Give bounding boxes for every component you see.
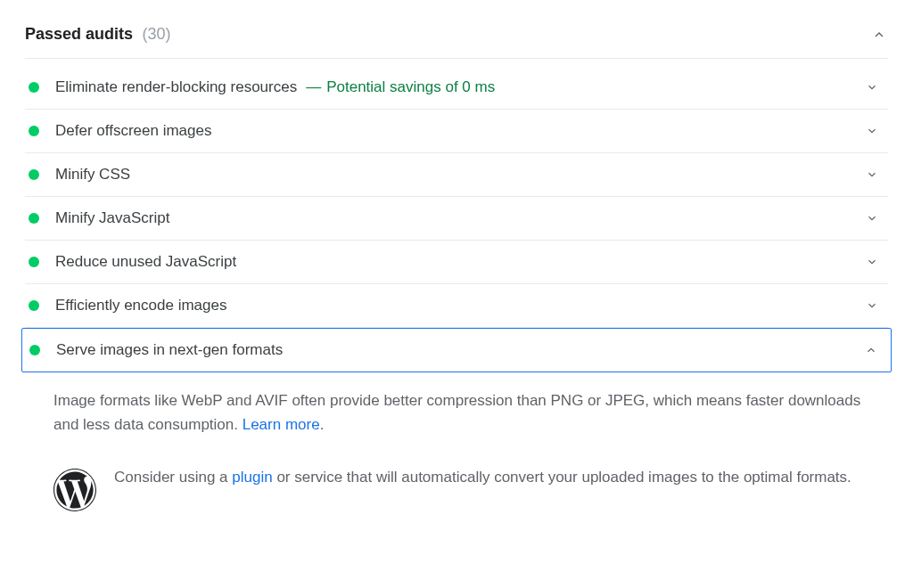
- audit-title: Reduce unused JavaScript: [55, 253, 236, 271]
- audit-title: Serve images in next-gen formats: [56, 341, 283, 359]
- audit-savings: Potential savings of 0 ms: [326, 78, 495, 96]
- plugin-link[interactable]: plugin: [232, 469, 272, 486]
- chevron-up-icon: [862, 341, 880, 359]
- wordpress-icon: [53, 469, 96, 511]
- audit-title: Defer offscreen images: [55, 122, 211, 140]
- audit-item-next-gen-formats[interactable]: Serve images in next-gen formats: [21, 328, 892, 372]
- audit-detail: Image formats like WebP and AVIF often p…: [25, 372, 888, 445]
- audit-item-render-blocking[interactable]: Eliminate render-blocking resources — Po…: [25, 66, 888, 110]
- pass-dot-icon: [29, 169, 39, 180]
- chevron-down-icon: [863, 166, 881, 184]
- suggestion-after: or service that will automatically conve…: [273, 469, 851, 486]
- separator: —: [306, 78, 321, 96]
- audit-title: Minify CSS: [55, 166, 130, 184]
- audit-list: Eliminate render-blocking resources — Po…: [25, 59, 888, 519]
- header-count: (30): [143, 25, 171, 43]
- suggestion-row: Consider using a plugin or service that …: [25, 445, 888, 519]
- chevron-down-icon: [863, 297, 881, 314]
- pass-dot-icon: [29, 345, 40, 355]
- audit-item-encode-images[interactable]: Efficiently encode images: [25, 284, 888, 328]
- chevron-up-icon: [870, 26, 888, 44]
- audit-item-minify-css[interactable]: Minify CSS: [25, 153, 888, 197]
- audit-title: Minify JavaScript: [55, 209, 169, 227]
- passed-audits-header[interactable]: Passed audits (30): [25, 18, 888, 59]
- learn-more-link[interactable]: Learn more: [243, 416, 320, 433]
- pass-dot-icon: [29, 257, 39, 267]
- header-title: Passed audits: [25, 25, 133, 43]
- header-title-group: Passed audits (30): [25, 25, 171, 44]
- audit-title: Eliminate render-blocking resources: [55, 78, 297, 96]
- detail-text-before: Image formats like WebP and AVIF often p…: [53, 392, 860, 433]
- audit-item-defer-offscreen[interactable]: Defer offscreen images: [25, 110, 888, 153]
- suggestion-before: Consider using a: [114, 469, 232, 486]
- detail-period: .: [320, 416, 325, 433]
- pass-dot-icon: [29, 300, 39, 311]
- pass-dot-icon: [29, 213, 39, 224]
- chevron-down-icon: [863, 253, 881, 271]
- chevron-down-icon: [863, 209, 881, 227]
- audit-item-minify-js[interactable]: Minify JavaScript: [25, 197, 888, 241]
- suggestion-text: Consider using a plugin or service that …: [114, 465, 851, 489]
- audit-title: Efficiently encode images: [55, 297, 226, 314]
- audit-detail-text: Image formats like WebP and AVIF often p…: [53, 388, 884, 437]
- chevron-down-icon: [863, 122, 881, 140]
- audit-item-reduce-unused-js[interactable]: Reduce unused JavaScript: [25, 241, 888, 284]
- chevron-down-icon: [863, 78, 881, 96]
- pass-dot-icon: [29, 126, 39, 136]
- pass-dot-icon: [29, 82, 39, 93]
